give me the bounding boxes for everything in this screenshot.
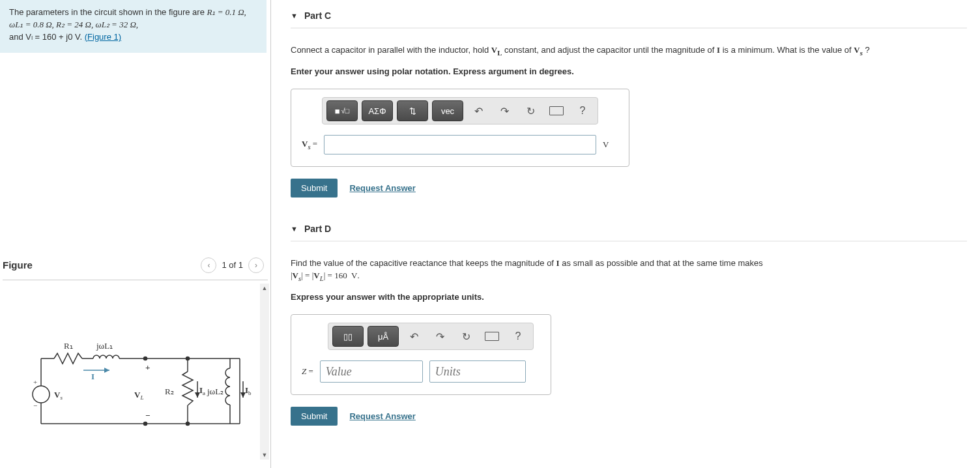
templates-button[interactable]: ▯▯ xyxy=(332,326,364,347)
svg-text:+: + xyxy=(145,362,150,372)
circuit-diagram: R₁ jωL₁ I + − + − Vs VL R₂ Ia jωL₂ Ib xyxy=(18,332,253,437)
caret-down-icon: ▼ xyxy=(291,12,298,20)
part-c-submit-button[interactable]: Submit xyxy=(291,179,338,197)
figure-counter: 1 of 1 xyxy=(222,260,243,270)
part-d-var-label: Z = xyxy=(302,366,313,377)
svg-point-8 xyxy=(143,357,147,360)
svg-text:Vs: Vs xyxy=(54,390,63,401)
undo-button[interactable]: ↶ xyxy=(403,327,425,346)
part-c-answer-box: ■√□ ΑΣΦ ⇅ vec ↶ ↷ ↻ ? Vs = V xyxy=(291,89,629,167)
svg-text:jωL₁: jωL₁ xyxy=(96,341,113,351)
keyboard-icon xyxy=(485,332,499,341)
vector-button[interactable]: vec xyxy=(432,100,463,121)
figure-scrollbar[interactable]: ▲ ▼ xyxy=(260,284,269,460)
redo-button[interactable]: ↷ xyxy=(429,327,451,346)
redo-button[interactable]: ↷ xyxy=(493,101,515,121)
svg-point-10 xyxy=(143,422,147,425)
templates-button[interactable]: ■√□ xyxy=(326,100,358,121)
svg-text:−: − xyxy=(145,411,150,420)
svg-marker-17 xyxy=(104,368,109,373)
svg-text:R₂: R₂ xyxy=(165,387,174,396)
svg-text:−: − xyxy=(33,402,37,409)
keyboard-icon xyxy=(549,106,564,115)
part-c-header[interactable]: ▼ Part C xyxy=(291,3,967,29)
greek-button[interactable]: ΑΣΦ xyxy=(362,100,393,121)
svg-point-6 xyxy=(33,386,50,403)
svg-text:Ib: Ib xyxy=(245,385,252,396)
part-d-toolbar: ▯▯ μÅ ↶ ↷ ↻ ? xyxy=(328,323,534,350)
svg-text:R₁: R₁ xyxy=(64,341,73,351)
figure-next-button[interactable]: › xyxy=(248,257,264,273)
units-picker-button[interactable]: μÅ xyxy=(368,326,399,347)
part-d-submit-button[interactable]: Submit xyxy=(291,407,338,426)
part-d-header[interactable]: ▼ Part D xyxy=(291,216,967,242)
part-c-toolbar: ■√□ ΑΣΦ ⇅ vec ↶ ↷ ↻ ? xyxy=(322,97,598,124)
problem-cont: and Vₗ = 160 + j0 V. (Figure 1) xyxy=(9,32,121,42)
help-button[interactable]: ? xyxy=(507,327,529,346)
part-d-request-answer-link[interactable]: Request Answer xyxy=(349,411,415,421)
figure-prev-button[interactable]: ‹ xyxy=(201,257,216,273)
part-d-prompt: Find the value of the capacitive reactan… xyxy=(291,257,967,284)
svg-text:Ia: Ia xyxy=(199,385,205,396)
reset-button[interactable]: ↻ xyxy=(519,101,541,121)
svg-text:VL: VL xyxy=(134,390,143,401)
problem-intro: The parameters in the circuit shown in t… xyxy=(9,7,207,17)
problem-statement: The parameters in the circuit shown in t… xyxy=(0,0,267,53)
keyboard-button[interactable] xyxy=(545,101,568,121)
keyboard-button[interactable] xyxy=(481,327,503,346)
svg-text:+: + xyxy=(33,378,37,386)
undo-button[interactable]: ↶ xyxy=(467,101,489,121)
part-d-value-input[interactable] xyxy=(320,360,423,383)
part-c-title: Part C xyxy=(304,10,331,21)
part-d-units-input[interactable] xyxy=(429,360,526,383)
help-button[interactable]: ? xyxy=(571,101,594,121)
part-c-prompt: Connect a capacitor in parallel with the… xyxy=(291,44,967,58)
svg-text:I: I xyxy=(91,372,94,381)
svg-text:jωL₂: jωL₂ xyxy=(207,387,223,396)
figure-link[interactable]: (Figure 1) xyxy=(85,32,121,42)
part-d-instruction: Express your answer with the appropriate… xyxy=(291,291,967,304)
part-d-answer-box: ▯▯ μÅ ↶ ↷ ↻ ? Z = xyxy=(291,314,551,395)
caret-down-icon: ▼ xyxy=(291,225,298,233)
part-c-unit: V xyxy=(603,139,618,150)
part-c-request-answer-link[interactable]: Request Answer xyxy=(349,183,415,193)
part-c-instruction: Enter your answer using polar notation. … xyxy=(291,66,967,78)
part-d-title: Part D xyxy=(304,224,331,234)
part-c-var-label: Vs = xyxy=(302,139,317,151)
figure-title: Figure xyxy=(3,259,33,271)
reset-button[interactable]: ↻ xyxy=(455,327,477,346)
subscript-button[interactable]: ⇅ xyxy=(397,100,428,121)
scroll-down-icon[interactable]: ▼ xyxy=(260,450,269,460)
part-c-input[interactable] xyxy=(324,135,596,154)
scroll-up-icon[interactable]: ▲ xyxy=(260,284,269,293)
